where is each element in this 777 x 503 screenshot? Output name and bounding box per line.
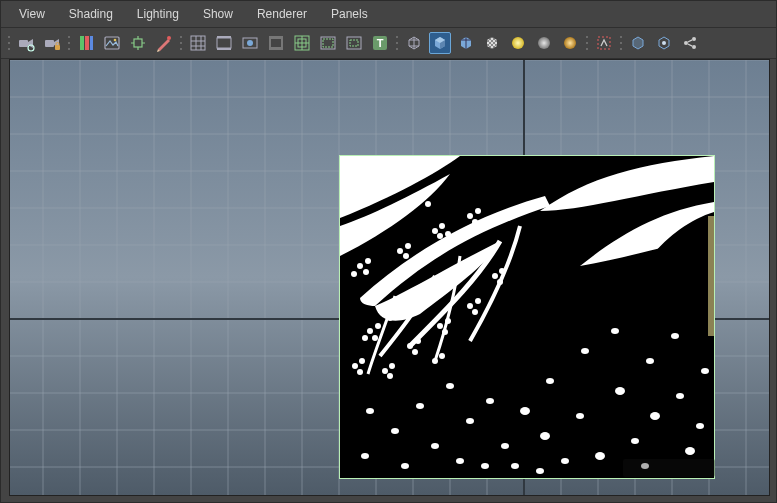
svg-point-148 xyxy=(387,373,393,379)
svg-rect-33 xyxy=(350,40,358,46)
svg-point-117 xyxy=(392,308,398,314)
svg-point-176 xyxy=(676,393,684,399)
svg-point-119 xyxy=(397,313,403,319)
svg-point-38 xyxy=(396,48,398,50)
lock-camera-icon[interactable] xyxy=(41,32,63,54)
svg-point-112 xyxy=(437,233,443,239)
svg-point-16 xyxy=(167,36,171,40)
svg-point-152 xyxy=(391,428,399,434)
svg-rect-23 xyxy=(217,48,231,50)
svg-point-55 xyxy=(692,37,696,41)
svg-point-170 xyxy=(615,387,625,395)
svg-point-139 xyxy=(472,309,478,315)
svg-point-138 xyxy=(475,298,481,304)
shaded-icon[interactable] xyxy=(429,32,451,54)
viewport-3d[interactable] xyxy=(9,59,770,496)
film-gate-icon[interactable] xyxy=(213,32,235,54)
panel-toolbar: T xyxy=(1,28,776,59)
svg-point-107 xyxy=(397,248,403,254)
image-plane-icon[interactable] xyxy=(101,32,123,54)
svg-point-97 xyxy=(385,208,391,214)
select-camera-icon[interactable] xyxy=(15,32,37,54)
bookmark-icon[interactable] xyxy=(75,32,97,54)
grid-icon[interactable] xyxy=(187,32,209,54)
lights-yellow-icon[interactable] xyxy=(507,32,529,54)
svg-point-52 xyxy=(620,48,622,50)
grease-pencil-icon[interactable] xyxy=(153,32,175,54)
svg-point-178 xyxy=(701,368,709,374)
field-chart-icon[interactable] xyxy=(291,32,313,54)
svg-point-169 xyxy=(611,328,619,334)
menu-show[interactable]: Show xyxy=(191,3,245,25)
svg-point-167 xyxy=(576,413,584,419)
svg-point-157 xyxy=(466,418,474,424)
svg-point-47 xyxy=(586,42,588,44)
menu-view[interactable]: View xyxy=(7,3,57,25)
svg-point-108 xyxy=(405,243,411,249)
svg-rect-21 xyxy=(217,38,231,48)
svg-point-120 xyxy=(387,315,393,321)
two-d-pan-icon[interactable] xyxy=(127,32,149,54)
svg-point-111 xyxy=(439,223,445,229)
svg-point-132 xyxy=(415,338,421,344)
svg-point-96 xyxy=(377,213,383,219)
svg-point-133 xyxy=(412,349,418,355)
menu-panels[interactable]: Panels xyxy=(319,3,380,25)
svg-point-141 xyxy=(499,268,505,274)
svg-point-0 xyxy=(8,36,10,38)
xray-icon[interactable] xyxy=(627,32,649,54)
svg-point-128 xyxy=(375,323,381,329)
safe-action-icon[interactable] xyxy=(317,32,339,54)
shaded-wire-icon[interactable] xyxy=(455,32,477,54)
svg-point-99 xyxy=(381,221,387,227)
resolution-gate-icon[interactable] xyxy=(239,32,261,54)
toolbar-separator xyxy=(395,32,399,54)
svg-point-181 xyxy=(481,463,489,469)
svg-point-2 xyxy=(8,48,10,50)
svg-point-122 xyxy=(429,283,435,289)
wireframe-icon[interactable] xyxy=(403,32,425,54)
svg-text:T: T xyxy=(377,37,384,49)
tree-silhouette-icon xyxy=(340,156,714,478)
panel-menu-bar: View Shading Lighting Show Renderer Pane… xyxy=(1,1,776,28)
textured-icon[interactable] xyxy=(481,32,503,54)
lights-gold-icon[interactable] xyxy=(559,32,581,54)
svg-point-154 xyxy=(416,403,424,409)
svg-point-173 xyxy=(650,412,660,420)
svg-point-144 xyxy=(359,358,365,364)
svg-point-48 xyxy=(586,48,588,50)
svg-rect-12 xyxy=(90,36,93,50)
gate-mask-icon[interactable] xyxy=(265,32,287,54)
lights-gray-icon[interactable] xyxy=(533,32,555,54)
svg-point-164 xyxy=(540,432,550,440)
menu-shading[interactable]: Shading xyxy=(57,3,125,25)
safe-title-icon[interactable] xyxy=(343,32,365,54)
svg-point-51 xyxy=(620,42,622,44)
isolate-select-icon[interactable] xyxy=(593,32,615,54)
svg-point-123 xyxy=(427,293,433,299)
image-plane[interactable] xyxy=(340,156,714,478)
svg-point-149 xyxy=(432,358,438,364)
xray-joints-icon[interactable] xyxy=(653,32,675,54)
menu-lighting[interactable]: Lighting xyxy=(125,3,191,25)
svg-point-182 xyxy=(536,468,544,474)
svg-point-116 xyxy=(472,219,478,225)
svg-point-7 xyxy=(68,36,70,38)
svg-point-106 xyxy=(351,271,357,277)
svg-rect-10 xyxy=(80,36,84,50)
toolbar-separator xyxy=(67,32,71,54)
text-icon[interactable]: T xyxy=(369,32,391,54)
svg-point-100 xyxy=(412,198,418,204)
svg-point-142 xyxy=(497,279,503,285)
svg-rect-32 xyxy=(347,37,361,49)
svg-rect-20 xyxy=(191,36,205,50)
svg-point-25 xyxy=(247,40,253,46)
svg-point-19 xyxy=(180,48,182,50)
svg-point-151 xyxy=(366,408,374,414)
svg-rect-183 xyxy=(708,216,714,336)
svg-point-155 xyxy=(446,383,454,389)
share-icon[interactable] xyxy=(679,32,701,54)
menu-renderer[interactable]: Renderer xyxy=(245,3,319,25)
svg-point-9 xyxy=(68,48,70,50)
viewport-panel: View Shading Lighting Show Renderer Pane… xyxy=(0,0,777,503)
